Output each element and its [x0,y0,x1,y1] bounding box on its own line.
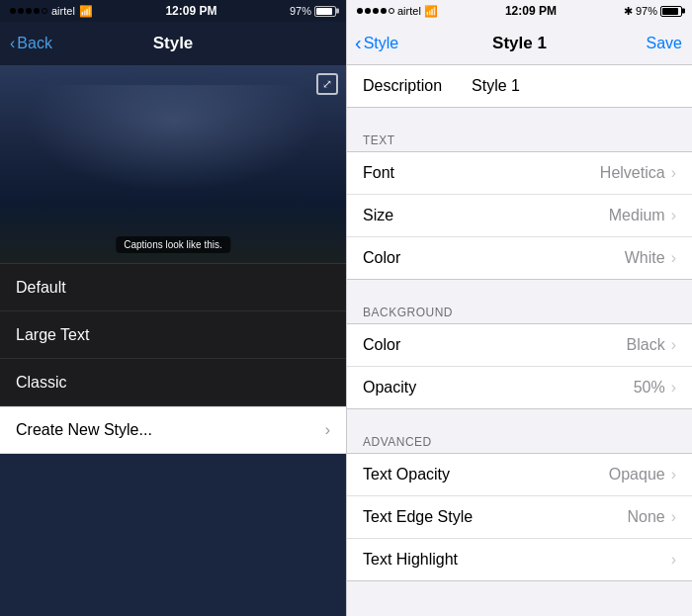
right-nav-bar: ‹ Style Style 1 Save [347,22,692,65]
style-label-classic: Classic [16,374,67,392]
style-item-default[interactable]: Default [0,264,346,311]
left-carrier: airtel [51,5,75,17]
right-signal-dots [357,8,394,14]
text-highlight-chevron: › [671,551,676,569]
text-edge-value-container: None › [627,508,676,526]
expand-icon[interactable] [316,73,338,95]
left-nav-bar: ‹ Back Style [0,22,346,65]
left-battery-fill [316,8,332,15]
bg-color-label: Color [363,336,400,354]
font-value: Helvetica [600,164,665,182]
left-panel: airtel 📶 12:09 PM 97% ‹ Back Style Capti… [0,0,346,616]
right-back-button[interactable]: ‹ Style [355,34,398,52]
right-nav-title: Style 1 [492,34,547,53]
font-label: Font [363,164,394,182]
size-value-container: Medium › [609,207,676,224]
style-list: Default Large Text Classic Create New St… [0,263,346,454]
left-wifi-icon: 📶 [79,5,93,18]
adv-section-spacer [347,409,692,427]
create-style-chevron: › [325,421,330,439]
right-wifi-icon: 📶 [424,5,438,18]
font-row[interactable]: Font Helvetica › [347,152,692,195]
text-settings-group: Font Helvetica › Size Medium › Color Whi… [347,151,692,280]
size-row[interactable]: Size Medium › [347,195,692,237]
text-edge-chevron: › [671,508,676,526]
description-value: Style 1 [472,77,520,95]
text-opacity-chevron: › [671,466,676,484]
style-item-large-text[interactable]: Large Text [0,311,346,359]
right-signal-dot-3 [373,8,379,14]
bg-color-value-container: Black › [627,336,676,354]
caption-preview: Captions look like this. [116,236,230,253]
signal-dot-3 [26,8,32,14]
opacity-value-container: 50% › [634,379,676,396]
size-value: Medium [609,207,665,224]
signal-dot-2 [18,8,24,14]
text-highlight-label: Text Highlight [363,551,458,569]
left-battery-icon [314,6,336,17]
left-back-button[interactable]: ‹ Back [10,35,52,52]
right-save-button[interactable]: Save [647,35,682,52]
color-value-container: White › [625,249,676,267]
left-back-label: Back [17,35,52,52]
right-bluetooth-icon: ✱ [624,5,633,18]
opacity-chevron: › [671,379,676,396]
right-status-bar: airtel 📶 12:09 PM ✱ 97% [347,0,692,22]
right-save-label: Save [647,35,682,51]
text-opacity-value: Opaque [609,466,665,484]
color-row[interactable]: Color White › [347,237,692,279]
size-chevron: › [671,207,676,224]
text-section-header: TEXT [347,126,692,151]
right-signal-dot-2 [365,8,371,14]
left-status-right: 97% [290,5,336,17]
create-style-item[interactable]: Create New Style... › [0,406,346,454]
color-value: White [625,249,665,267]
right-battery-percent: 97% [636,5,657,17]
style-item-classic[interactable]: Classic [0,359,346,406]
right-panel: airtel 📶 12:09 PM ✱ 97% ‹ Style Style 1 … [346,0,692,616]
right-battery-fill [662,8,678,15]
opacity-label: Opacity [363,379,416,396]
opacity-value: 50% [634,379,665,396]
signal-dots [10,8,47,14]
style-label-default: Default [16,279,66,297]
font-value-container: Helvetica › [600,164,676,182]
right-signal-dot-1 [357,8,363,14]
color-label: Color [363,249,400,267]
signal-dot-5 [42,8,47,14]
text-opacity-row[interactable]: Text Opacity Opaque › [347,454,692,496]
description-row[interactable]: Description Style 1 [347,65,692,108]
bg-settings-group: Color Black › Opacity 50% › [347,323,692,409]
right-content: Description Style 1 TEXT Font Helvetica … [347,65,692,616]
text-edge-row[interactable]: Text Edge Style None › [347,496,692,539]
color-chevron: › [671,249,676,267]
text-highlight-value-container: › [665,551,676,569]
text-opacity-label: Text Opacity [363,466,450,484]
adv-settings-group: Text Opacity Opaque › Text Edge Style No… [347,453,692,581]
text-opacity-value-container: Opaque › [609,466,676,484]
left-content: Captions look like this. Default Large T… [0,65,346,616]
create-style-label: Create New Style... [16,421,152,439]
text-section-spacer [347,108,692,126]
right-signal-dot-4 [381,8,387,14]
description-label: Description [363,77,442,95]
left-status-bar: airtel 📶 12:09 PM 97% [0,0,346,22]
left-status-left: airtel 📶 [10,5,93,18]
style-label-large-text: Large Text [16,326,89,344]
text-edge-label: Text Edge Style [363,508,473,526]
text-edge-value: None [627,508,664,526]
signal-dot-1 [10,8,16,14]
right-carrier: airtel [397,5,421,17]
bg-section-header: BACKGROUND [347,298,692,323]
right-signal-dot-5 [389,8,394,14]
adv-section-header: ADVANCED [347,427,692,453]
video-preview: Captions look like this. [0,65,346,263]
left-battery-percent: 97% [290,5,311,17]
bg-color-row[interactable]: Color Black › [347,324,692,367]
font-chevron: › [671,164,676,182]
left-time: 12:09 PM [165,4,216,18]
bg-color-value: Black [627,336,665,354]
bg-section-spacer [347,280,692,298]
opacity-row[interactable]: Opacity 50% › [347,367,692,408]
text-highlight-row[interactable]: Text Highlight › [347,539,692,580]
